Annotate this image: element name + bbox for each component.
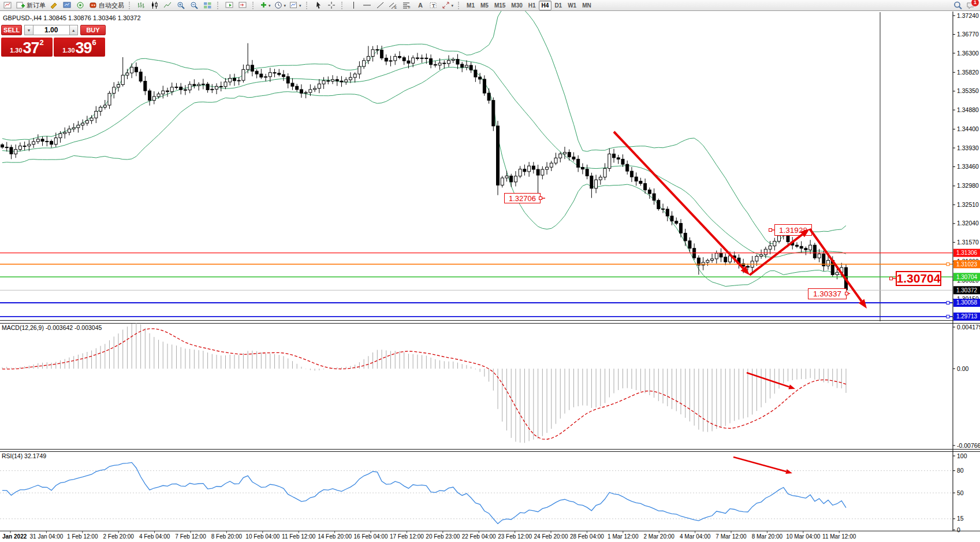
timeframe-m5[interactable]: M5 (478, 1, 491, 10)
svg-text:1.33460: 1.33460 (957, 163, 979, 170)
tile-windows-icon (203, 1, 212, 9)
svg-text:1.32040: 1.32040 (957, 220, 979, 227)
horizontal-line-tool-button[interactable] (360, 0, 374, 11)
clock-icon (274, 1, 283, 9)
svg-text:1.31306: 1.31306 (956, 250, 978, 256)
indicators-button[interactable]: ▾ (258, 0, 273, 11)
new-order-label: 新订单 (27, 1, 46, 10)
templates-button[interactable]: ▾ (288, 0, 303, 11)
chevron-down-icon: ▾ (284, 3, 286, 8)
sell-price-display[interactable]: 1.30 37 2 (1, 38, 53, 57)
buy-button[interactable]: BUY (80, 25, 106, 35)
volume-down-button[interactable]: ▼ (24, 25, 33, 35)
market-watch-button[interactable] (61, 0, 74, 11)
svg-text:1.33930: 1.33930 (957, 144, 979, 151)
chart-window[interactable]: 1.372401.367701.363001.358201.353501.348… (0, 0, 980, 542)
timeframe-h4[interactable]: H4 (539, 1, 552, 10)
chevron-down-icon: ▾ (269, 3, 271, 8)
auto-scroll-icon (225, 1, 234, 9)
zoom-out-button[interactable] (188, 0, 201, 11)
vertical-line-tool-button[interactable] (347, 0, 360, 11)
new-order-button[interactable]: 新订单 (14, 0, 47, 11)
svg-text:0: 0 (957, 526, 960, 533)
price-callout[interactable]: 1.30337 (808, 288, 847, 299)
macd-value-1: -0.003642 (46, 324, 73, 331)
cursor-tool-button[interactable] (312, 0, 325, 11)
time-axis-label: 16 Feb 04:00 (354, 533, 388, 540)
auto-trading-button[interactable]: 自动交易 (87, 0, 126, 11)
time-axis-label: 2 Mar 20:00 (644, 533, 675, 540)
zoom-in-icon (177, 1, 185, 9)
text-tool-button[interactable]: A (413, 0, 427, 11)
bollinger-bands (2, 4, 846, 287)
arrows-icon (442, 1, 450, 9)
horizontal-lines[interactable] (0, 253, 953, 318)
price-axis[interactable]: 1.372401.367701.363001.358201.353501.348… (953, 12, 980, 533)
periods-button[interactable]: ▾ (273, 0, 288, 11)
time-axis-label: 7 Mar 12:00 (716, 533, 747, 540)
chart-canvas[interactable]: 1.372401.367701.363001.358201.353501.348… (0, 0, 980, 542)
time-axis-label: 17 Feb 12:00 (390, 533, 424, 540)
timeframe-d1[interactable]: D1 (552, 1, 565, 10)
tile-windows-button[interactable] (201, 0, 214, 11)
one-click-trading-panel: SELL ▼ ▲ BUY 1.30 37 2 1.30 39 6 (1, 25, 106, 57)
notifications-button[interactable]: 1 (966, 1, 975, 9)
candlestick-chart-button[interactable] (148, 0, 161, 11)
svg-text:1.37240: 1.37240 (957, 12, 979, 19)
trendline-tool-button[interactable] (374, 0, 387, 11)
zoom-in-button[interactable] (174, 0, 188, 11)
chart-icon[interactable] (1, 0, 14, 11)
signals-icon (76, 1, 85, 9)
channel-tool-button[interactable]: E (387, 0, 400, 11)
svg-text:A: A (418, 2, 423, 9)
sell-price-pip: 2 (40, 38, 44, 47)
fibonacci-icon: F (402, 1, 411, 9)
line-chart-button[interactable] (161, 0, 174, 11)
cursor-icon (314, 1, 323, 9)
time-axis-label: 7 Feb 12:00 (175, 533, 206, 540)
timeframe-m15[interactable]: M15 (491, 1, 508, 10)
sell-button[interactable]: SELL (1, 25, 22, 35)
sell-price-prefix: 1.30 (10, 47, 22, 54)
search-icon[interactable] (953, 1, 963, 10)
svg-text:E: E (394, 6, 397, 9)
label-tool-button[interactable]: T (427, 0, 440, 11)
svg-text:F: F (408, 6, 411, 9)
trendline-icon (376, 1, 385, 9)
svg-text:-0.007666: -0.007666 (957, 442, 980, 449)
rsi-value: 32.1749 (24, 452, 46, 459)
bar-chart-button[interactable] (135, 0, 148, 11)
price-callout[interactable]: 1.31928 (774, 224, 812, 236)
timeframe-m1[interactable]: M1 (464, 1, 478, 10)
volume-up-button[interactable]: ▲ (69, 25, 78, 35)
arrows-tool-button[interactable]: ▾ (440, 0, 456, 11)
auto-scroll-button[interactable] (223, 0, 236, 11)
timeframe-m30[interactable]: M30 (508, 1, 525, 10)
timeframe-w1[interactable]: W1 (565, 1, 579, 10)
buy-price-big: 39 (76, 40, 92, 56)
time-axis-label: 4 Feb 04:00 (139, 533, 170, 540)
time-axis[interactable]: Jan 202231 Jan 04:001 Feb 12:002 Feb 20:… (2, 531, 856, 540)
svg-text:1.30372: 1.30372 (956, 287, 978, 294)
svg-text:1.36300: 1.36300 (957, 50, 979, 57)
timeframe-mn[interactable]: MN (579, 1, 594, 10)
price-callout-large[interactable]: 1.30704 (896, 271, 941, 286)
time-axis-label: 31 Jan 04:00 (29, 533, 63, 540)
toolbar-separator (458, 2, 461, 9)
volume-input[interactable] (33, 25, 69, 35)
buy-price-display[interactable]: 1.30 39 6 (54, 38, 105, 57)
time-axis-label: 11 Mar 12:00 (822, 533, 856, 540)
rsi-title: RSI(14) (2, 452, 23, 459)
chart-shift-button[interactable] (236, 0, 249, 11)
price-callout[interactable]: 1.32706 (504, 193, 541, 203)
toolbar-separator (341, 2, 345, 9)
market-watch-icon (63, 1, 72, 9)
time-axis-label: 1 Mar 12:00 (608, 533, 639, 540)
signals-button[interactable] (74, 0, 87, 11)
chevron-down-icon: ▾ (299, 3, 301, 8)
timeframe-h1[interactable]: H1 (526, 1, 539, 10)
fibonacci-tool-button[interactable]: F (400, 0, 413, 11)
crosshair-tool-button[interactable] (325, 0, 338, 11)
svg-text:80: 80 (957, 467, 964, 474)
market-button[interactable] (47, 0, 61, 11)
